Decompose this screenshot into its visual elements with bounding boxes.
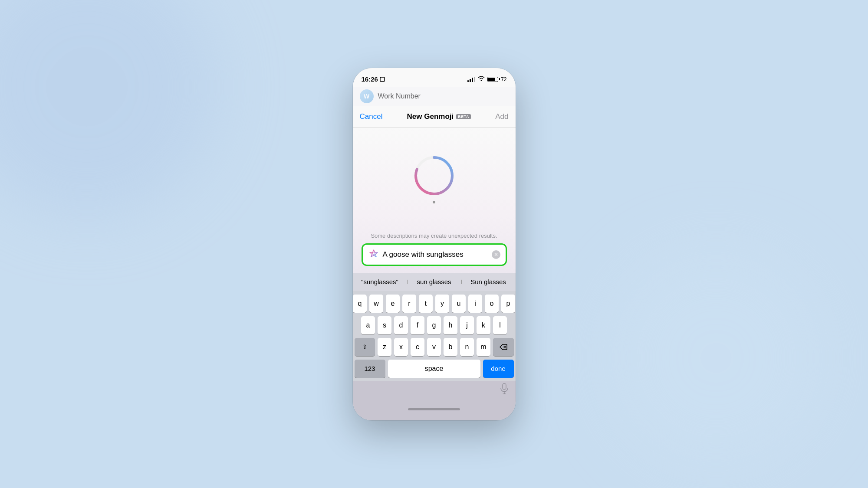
key-w[interactable]: w — [369, 295, 383, 313]
loading-dot — [433, 201, 435, 203]
mic-row — [353, 381, 516, 399]
key-t[interactable]: t — [419, 295, 433, 313]
genmoji-ai-icon — [368, 249, 379, 260]
shift-key[interactable]: ⇧ — [355, 338, 375, 356]
key-d[interactable]: d — [394, 316, 408, 334]
battery-icon: 72 — [487, 76, 506, 82]
key-f[interactable]: f — [411, 316, 424, 334]
key-e[interactable]: e — [386, 295, 400, 313]
key-y[interactable]: y — [435, 295, 449, 313]
home-indicator — [408, 408, 460, 410]
contact-bar: W Work Number — [353, 87, 516, 106]
status-time: 16:26 — [362, 75, 385, 83]
key-v[interactable]: v — [427, 338, 441, 356]
content-area: Some descriptions may create unexpected … — [353, 128, 516, 273]
keyboard-row-2: a s d f g h j k l — [355, 316, 514, 334]
key-p[interactable]: p — [501, 295, 515, 313]
input-container: A goose with sunglasses ✕ — [362, 243, 507, 266]
key-z[interactable]: z — [378, 338, 391, 356]
add-button[interactable]: Add — [495, 112, 508, 121]
loading-ring-container — [412, 154, 456, 203]
autocomplete-item-2[interactable]: sun glasses — [407, 278, 461, 285]
key-k[interactable]: k — [477, 316, 490, 334]
contact-name: Work Number — [378, 92, 421, 100]
cancel-button[interactable]: Cancel — [360, 112, 383, 121]
svg-point-3 — [372, 252, 375, 255]
key-l[interactable]: l — [493, 316, 507, 334]
key-g[interactable]: g — [427, 316, 441, 334]
bg-decoration-1 — [0, 0, 217, 217]
key-s[interactable]: s — [378, 316, 391, 334]
key-u[interactable]: u — [452, 295, 466, 313]
key-o[interactable]: o — [485, 295, 499, 313]
disclaimer-text: Some descriptions may create unexpected … — [371, 233, 497, 243]
key-n[interactable]: n — [460, 338, 474, 356]
key-q[interactable]: q — [353, 295, 367, 313]
key-b[interactable]: b — [444, 338, 457, 356]
space-key[interactable]: space — [388, 360, 480, 378]
loading-ring — [412, 154, 456, 197]
status-bar: 16:26 — [353, 68, 516, 87]
key-j[interactable]: j — [460, 316, 474, 334]
modal-header: Cancel New Genmoji BETA Add — [353, 106, 516, 128]
key-r[interactable]: r — [402, 295, 416, 313]
contact-avatar: W — [360, 89, 374, 103]
key-x[interactable]: x — [394, 338, 408, 356]
home-area — [353, 399, 516, 420]
status-icons: 72 — [467, 76, 506, 82]
clear-input-button[interactable]: ✕ — [492, 250, 500, 259]
keyboard-row-1: q w e r t y u i o p — [355, 295, 514, 313]
key-c[interactable]: c — [411, 338, 424, 356]
text-input-row[interactable]: A goose with sunglasses ✕ — [362, 243, 507, 266]
screen-record-icon — [380, 77, 385, 82]
delete-icon — [500, 344, 507, 350]
input-text: A goose with sunglasses — [383, 250, 488, 259]
autocomplete-item-3[interactable]: Sun glasses — [461, 278, 516, 285]
signal-icon — [467, 77, 475, 82]
key-a[interactable]: a — [361, 316, 375, 334]
keyboard-row-3: ⇧ z x c v b n m — [355, 338, 514, 356]
key-h[interactable]: h — [444, 316, 457, 334]
keyboard-bottom-row: 123 space done — [355, 360, 514, 378]
microphone-icon[interactable] — [500, 383, 509, 396]
modal-title: New Genmoji BETA — [407, 112, 471, 121]
key-m[interactable]: m — [477, 338, 490, 356]
autocomplete-bar: "sunglasses" sun glasses Sun glasses — [353, 273, 516, 291]
bg-decoration-2 — [608, 249, 825, 466]
beta-badge: BETA — [456, 114, 471, 119]
numbers-key[interactable]: 123 — [355, 360, 385, 378]
delete-key[interactable] — [493, 338, 514, 356]
done-key[interactable]: done — [483, 360, 514, 378]
autocomplete-item-1[interactable]: "sunglasses" — [353, 278, 407, 285]
svg-rect-0 — [380, 77, 385, 82]
svg-rect-4 — [503, 383, 506, 390]
key-i[interactable]: i — [468, 295, 482, 313]
phone-frame: 16:26 — [353, 68, 516, 420]
wifi-icon — [478, 76, 485, 82]
keyboard: q w e r t y u i o p a s d f g h j k l ⇧ — [353, 291, 516, 381]
